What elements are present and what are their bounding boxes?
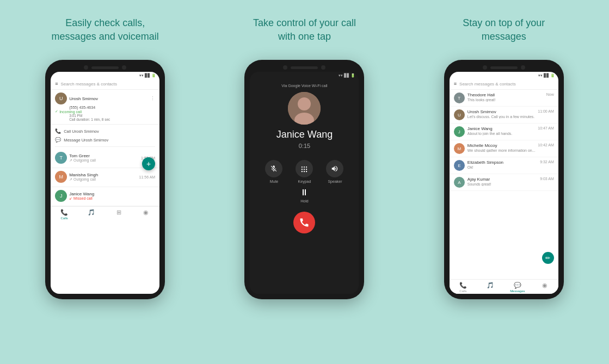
- call-avatar-janice: J: [55, 190, 67, 202]
- phone-camera-6: [521, 65, 525, 70]
- panel-messages-title: Stay on top of yourmessages: [463, 16, 545, 49]
- search-placeholder-msg: Search messages & contacts: [459, 82, 516, 87]
- phone-speaker: [91, 66, 119, 69]
- compose-fab[interactable]: ✏: [542, 252, 554, 264]
- call-number-urosh: (555) 435-4634: [69, 106, 155, 109]
- fab-dialpad[interactable]: +: [142, 157, 155, 170]
- caller-avatar-svg: [288, 92, 321, 125]
- end-call-icon: [299, 217, 310, 228]
- grid-nav-icon: ⊞: [116, 209, 121, 216]
- msg-time-elizabeth: 9:32 AM: [540, 160, 554, 165]
- call-item-urosh[interactable]: U Urosh Smirnov ⋮ (555) 435-4634 ✓ Incom…: [51, 90, 159, 125]
- mute-icon-wrap: [265, 160, 282, 177]
- msg-content-janice: Janice Wang 10:47 AM About to join the a…: [467, 126, 554, 135]
- search-placeholder: Search messages & contacts: [60, 82, 117, 87]
- msg-name-janice-msg: Janice Wang: [467, 126, 493, 131]
- phone-active-call: ▾▾ ▊▊ 🔋 Via Google Voice Wi-Fi call: [244, 60, 364, 299]
- nav-voicemail-msg[interactable]: 🎵: [477, 282, 504, 293]
- msg-time-theodore: Now: [546, 92, 554, 97]
- call-item-janice[interactable]: J Janice Wang ↙ Missed call: [51, 187, 159, 206]
- search-bar[interactable]: ≡ Search messages & contacts: [51, 78, 159, 90]
- call-duration-display: 0:15: [299, 143, 310, 149]
- msg-name-elizabeth: Elizabeth Simpson: [467, 160, 503, 165]
- msg-item-michelle[interactable]: M Michelle Mccoy 10:42 AM We should gath…: [450, 140, 558, 157]
- msg-item-urosh[interactable]: U Urosh Smirnov 11:00 AM Let's discuss. …: [450, 107, 558, 124]
- call-action-msg-label: Message Urosh Smirnov: [64, 138, 108, 143]
- more-icon-msg: ◉: [542, 282, 548, 289]
- speaker-button[interactable]: Speaker: [326, 160, 343, 183]
- phone-camera: [84, 65, 88, 70]
- msg-avatar-elizabeth: E: [454, 160, 465, 171]
- nav-grid[interactable]: ⊞: [105, 209, 132, 220]
- msg-preview-elizabeth: Ok!: [467, 165, 554, 169]
- nav-more[interactable]: ◉: [132, 209, 159, 220]
- calls-icon-msg: 📞: [459, 282, 467, 289]
- msg-name-theodore: Theodore Hall: [467, 92, 495, 97]
- msg-time-ajay: 9:03 AM: [540, 177, 554, 182]
- signal-icon-3: ▊▊: [544, 73, 549, 78]
- speaker-icon-wrap: [326, 160, 343, 177]
- speaker-icon: [331, 165, 339, 172]
- phone-camera-row-2: [250, 65, 359, 70]
- signal-icon: ▊▊: [145, 73, 150, 78]
- bottom-nav-calls: 📞 Calls 🎵 ⊞ ◉: [51, 206, 159, 221]
- more-nav-icon: ◉: [143, 209, 149, 216]
- phone-camera-row-3: [450, 65, 558, 70]
- call-duration-urosh: Call duration: 1 min, 8 sec: [69, 118, 155, 121]
- msg-item-theodore[interactable]: T Theodore Hall Now This looks great!: [450, 90, 558, 107]
- call-action-msg[interactable]: 💬 Message Urosh Smirnov: [55, 135, 155, 144]
- voicemail-icon-msg: 🎵: [487, 282, 494, 289]
- call-via-label: Via Google Voice Wi-Fi call: [281, 84, 327, 88]
- nav-calls-msg[interactable]: 📞 Calls: [450, 282, 477, 293]
- keypad-button[interactable]: Keypad: [296, 160, 313, 183]
- battery-icon-2: 🔋: [350, 73, 355, 78]
- panel-calls-title: Easily check calls,messages and voicemai…: [52, 16, 159, 49]
- calls-nav-icon: 📞: [60, 209, 68, 216]
- msg-item-elizabeth[interactable]: E Elizabeth Simpson 9:32 AM Ok!: [450, 157, 558, 174]
- hamburger-icon-msg: ≡: [454, 81, 457, 87]
- call-action-call[interactable]: 📞 Call Urosh Smirnov: [55, 127, 155, 135]
- call-avatar-manisha: M: [55, 171, 67, 183]
- nav-more-msg[interactable]: ◉: [531, 282, 558, 293]
- call-avatar-urosh: U: [55, 92, 67, 104]
- phone-camera-row: [51, 65, 159, 70]
- msg-content-elizabeth: Elizabeth Simpson 9:32 AM Ok!: [467, 160, 554, 169]
- keypad-label: Keypad: [298, 180, 311, 183]
- nav-calls[interactable]: 📞 Calls: [51, 209, 78, 220]
- wifi-icon-2: ▾▾: [339, 73, 343, 78]
- msg-name-urosh: Urosh Smirnov: [467, 109, 496, 114]
- panel-messages: Stay on top of yourmessages ▾▾ ▊▊ 🔋 ≡ Se…: [404, 11, 604, 353]
- msg-item-janice[interactable]: J Janice Wang 10:47 AM About to join the…: [450, 124, 558, 140]
- nav-messages-msg[interactable]: 💬 Messages: [504, 282, 531, 293]
- call-name-manisha: Manisha Singh: [69, 172, 137, 177]
- phone-camera-4: [321, 65, 325, 70]
- search-bar-msg[interactable]: ≡ Search messages & contacts: [450, 78, 558, 90]
- call-action-call-label: Call Urosh Smirnov: [64, 129, 99, 134]
- end-call-button[interactable]: [293, 212, 315, 233]
- call-name-janice: Janice Wang: [69, 192, 155, 196]
- svg-point-1: [298, 97, 311, 110]
- call-type-janice: ↙ Missed call: [69, 196, 155, 201]
- signal-icon-2: ▊▊: [344, 73, 349, 78]
- messages-screen: ▾▾ ▊▊ 🔋 ≡ Search messages & contacts T T…: [450, 72, 558, 294]
- call-name-tom: Tom Greer: [69, 153, 139, 158]
- msg-preview-janice: About to join the all hands.: [467, 132, 554, 135]
- msg-preview-theodore: This looks great!: [467, 98, 554, 102]
- hold-icon[interactable]: ⏸: [300, 188, 309, 198]
- call-type-tom: ↗ Outgoing call: [69, 158, 139, 163]
- msg-content-ajay: Ajay Kumar 9:03 AM Sounds great!: [467, 177, 554, 186]
- msg-time-urosh: 11:00 AM: [538, 109, 554, 114]
- phone-camera-3: [283, 65, 287, 70]
- hold-section: ⏸ Hold: [300, 188, 309, 203]
- call-name-urosh: Urosh Smirnov: [69, 96, 146, 101]
- msg-item-ajay[interactable]: A Ajay Kumar 9:03 AM Sounds great!: [450, 174, 558, 191]
- mute-button[interactable]: Mute: [265, 160, 282, 183]
- call-item-manisha[interactable]: M Manisha Singh ↗ Outgoing call 11:56 AM…: [51, 168, 159, 187]
- call-type-urosh: ✓ Incoming call: [55, 109, 155, 114]
- msg-name-michelle: Michelle Mccoy: [467, 143, 497, 148]
- nav-voicemail[interactable]: 🎵: [78, 209, 105, 220]
- msg-content-theodore: Theodore Hall Now This looks great!: [467, 92, 554, 102]
- calls-nav-label: Calls: [60, 217, 67, 220]
- active-call-screen: ▾▾ ▊▊ 🔋 Via Google Voice Wi-Fi call: [250, 72, 359, 294]
- msg-time-michelle: 10:42 AM: [538, 143, 554, 148]
